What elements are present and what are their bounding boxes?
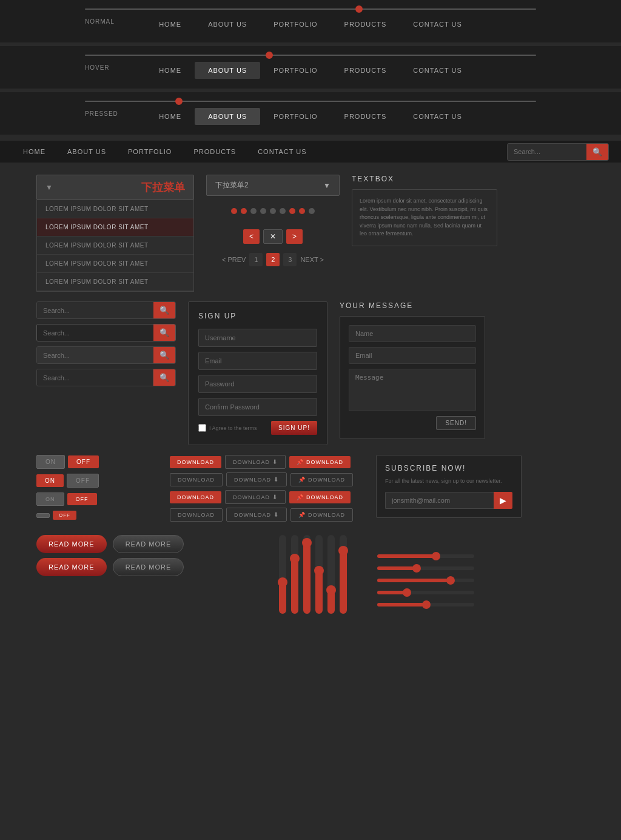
slider-pressed-row[interactable]: [0, 98, 621, 104]
signup-username-input[interactable]: [198, 329, 317, 347]
v-slider-1-thumb[interactable]: [278, 577, 287, 587]
full-nav-contact[interactable]: CONTACT US: [247, 141, 318, 163]
h-slider-2-thumb[interactable]: [412, 564, 421, 573]
dl-btn-red-icon-3[interactable]: 📌 DOWNLOAD: [289, 491, 351, 503]
nav-item-products-pressed[interactable]: PRODUCTS: [331, 108, 400, 125]
nav-item-home-hover[interactable]: HOME: [146, 62, 195, 79]
send-button[interactable]: SEND!: [436, 416, 476, 430]
subscribe-button[interactable]: ▶: [494, 492, 512, 509]
toggle-on-1[interactable]: ON: [36, 455, 65, 469]
pag-num-2[interactable]: 2: [266, 253, 280, 266]
h-slider-5[interactable]: [377, 603, 474, 606]
dl-btn-red-3[interactable]: DOWNLOAD: [170, 491, 221, 503]
dropdown2-trigger[interactable]: 下拉菜单2 ▼: [206, 175, 340, 196]
h-slider-3[interactable]: [377, 579, 474, 582]
v-slider-2-thumb[interactable]: [290, 554, 300, 563]
nav-arrow-close-btn[interactable]: ✕: [263, 229, 283, 244]
toggle-on-2[interactable]: ON: [36, 474, 64, 487]
dl-btn-2b[interactable]: DOWNLOAD ⬇: [226, 472, 287, 486]
h-slider-3-thumb[interactable]: [446, 576, 455, 585]
readmore-btn-dark-1[interactable]: READ MORE: [113, 535, 184, 553]
nav-item-home-pressed[interactable]: HOME: [146, 108, 195, 125]
search-btn-4[interactable]: 🔍: [153, 369, 175, 386]
nav-item-about-hover[interactable]: ABOUT US: [195, 62, 260, 79]
search-btn-3[interactable]: 🔍: [153, 347, 175, 363]
signup-confirm-input[interactable]: [198, 398, 317, 416]
pagination-prev-link[interactable]: < PREV: [222, 256, 246, 263]
slider-normal-track[interactable]: [85, 8, 536, 10]
dropdown1-trigger[interactable]: ▼ 下拉菜单: [36, 175, 194, 200]
slider-pressed-thumb[interactable]: [175, 98, 183, 105]
h-slider-4[interactable]: [377, 591, 474, 594]
h-slider-4-thumb[interactable]: [403, 588, 411, 597]
dl-btn-3b[interactable]: DOWNLOAD ⬇: [225, 490, 286, 504]
dl-btn-4[interactable]: DOWNLOAD: [170, 508, 223, 522]
v-slider-3[interactable]: [303, 535, 310, 614]
dropdown1-item-2[interactable]: LOREM IPSUM DOLOR SIT AMET: [37, 218, 193, 237]
h-slider-1[interactable]: [377, 554, 474, 558]
v-slider-3-thumb[interactable]: [302, 538, 312, 548]
slider-pressed-track[interactable]: [85, 101, 536, 102]
dl-btn-2[interactable]: DOWNLOAD: [170, 473, 223, 486]
v-slider-6-thumb[interactable]: [338, 546, 348, 556]
v-slider-2[interactable]: [291, 535, 298, 614]
dl-btn-4c[interactable]: 📌 DOWNLOAD: [290, 508, 353, 522]
search-input-4[interactable]: [37, 369, 153, 386]
slider-hover-track[interactable]: [85, 55, 536, 56]
dropdown1-item-1[interactable]: LOREM IPSUM DOLOR SIT AMET: [37, 200, 193, 218]
signup-agree-label[interactable]: I Agree to the terms: [198, 424, 257, 432]
slider-hover-row[interactable]: [0, 52, 621, 58]
search-btn-2[interactable]: 🔍: [153, 324, 175, 341]
nav-item-home-normal[interactable]: HOME: [146, 16, 195, 33]
search-input-3[interactable]: [37, 347, 153, 363]
slider-normal-row[interactable]: [0, 6, 621, 12]
signup-password-input[interactable]: [198, 375, 317, 393]
v-slider-4-thumb[interactable]: [314, 566, 324, 576]
h-slider-2[interactable]: [377, 566, 474, 570]
full-nav-products[interactable]: PRODUCTS: [183, 141, 247, 163]
subscribe-email-input[interactable]: [385, 492, 494, 509]
h-slider-5-thumb[interactable]: [422, 600, 431, 609]
nav-arrow-next-btn[interactable]: >: [286, 229, 303, 244]
nav-item-products-hover[interactable]: PRODUCTS: [331, 62, 400, 79]
dropdown1-item-3[interactable]: LOREM IPSUM DOLOR SIT AMET: [37, 237, 193, 255]
signup-email-input[interactable]: [198, 352, 317, 370]
dl-btn-2c[interactable]: 📌 DOWNLOAD: [290, 473, 353, 486]
toggle-off-3[interactable]: OFF: [67, 493, 97, 505]
signup-agree-checkbox[interactable]: [198, 424, 206, 432]
nav-item-products-normal[interactable]: PRODUCTS: [331, 16, 400, 33]
full-nav-home[interactable]: HOME: [12, 141, 56, 163]
nav-search-button[interactable]: 🔍: [586, 144, 608, 160]
v-slider-6[interactable]: [340, 535, 347, 614]
toggle-off-1[interactable]: OFF: [68, 455, 99, 468]
nav-item-portfolio-hover[interactable]: PORTFOLIO: [260, 62, 331, 79]
nav-item-contact-normal[interactable]: CONTACT US: [400, 16, 475, 33]
search-input-2[interactable]: [37, 324, 153, 341]
nav-arrow-prev-btn[interactable]: <: [243, 229, 260, 244]
toggle-on-3[interactable]: ON: [36, 492, 64, 506]
h-slider-1-thumb[interactable]: [432, 552, 440, 560]
dropdown1-item-4[interactable]: LOREM IPSUM DOLOR SIT AMET: [37, 255, 193, 273]
search-input-1[interactable]: [37, 302, 153, 318]
slider-hover-thumb[interactable]: [266, 52, 273, 59]
message-textarea[interactable]: [349, 369, 476, 411]
readmore-btn-red-1[interactable]: READ MORE: [36, 535, 107, 553]
toggle-on-4[interactable]: [36, 513, 50, 518]
full-nav-portfolio[interactable]: PORTFOLIO: [117, 141, 183, 163]
v-slider-4[interactable]: [315, 535, 323, 614]
toggle-off-4[interactable]: OFF: [53, 511, 76, 520]
nav-item-portfolio-pressed[interactable]: PORTFOLIO: [260, 108, 331, 125]
search-btn-1[interactable]: 🔍: [153, 302, 175, 318]
dl-btn-1[interactable]: DOWNLOAD ⬇: [225, 455, 286, 469]
pagination-next-link[interactable]: NEXT >: [300, 256, 324, 263]
dl-btn-red-icon-1[interactable]: 📌 DOWNLOAD: [289, 456, 351, 468]
readmore-btn-dark-2[interactable]: READ MORE: [113, 558, 184, 576]
pag-num-1[interactable]: 1: [249, 253, 263, 266]
v-slider-5-thumb[interactable]: [326, 585, 336, 595]
signup-button[interactable]: SIGN UP!: [271, 421, 317, 435]
toggle-off-2[interactable]: OFF: [67, 474, 99, 488]
pag-num-3[interactable]: 3: [283, 253, 297, 266]
nav-item-about-normal[interactable]: ABOUT US: [195, 16, 260, 33]
full-nav-about[interactable]: ABOUT US: [56, 141, 117, 163]
nav-item-contact-pressed[interactable]: CONTACT US: [400, 108, 475, 125]
